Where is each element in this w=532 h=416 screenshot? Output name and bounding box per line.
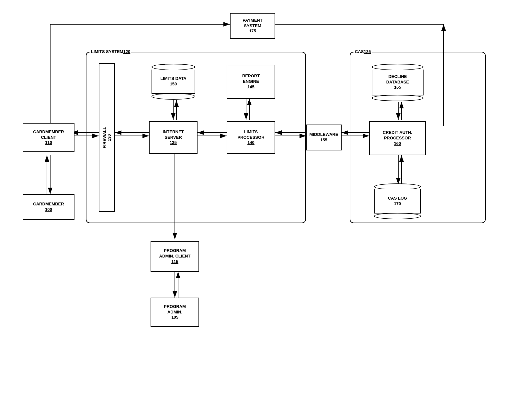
limits-data-cylinder: LIMITS DATA 150	[152, 63, 195, 100]
program-admin-client-box: PROGRAM ADMIN. CLIENT 115	[151, 241, 199, 272]
decline-database-label: DECLINE DATABASE	[386, 74, 409, 85]
program-admin-label: PROGRAM ADMIN.	[164, 304, 186, 315]
credit-auth-processor-label: CREDIT AUTH. PROCESSOR	[383, 130, 412, 141]
payment-system-box: PAYMENT SYSTEM 175	[230, 13, 275, 39]
program-admin-box: PROGRAM ADMIN. 105	[151, 298, 199, 327]
decline-database-ref: 165	[394, 85, 401, 90]
cardmember-client-label: CARDMEMBER CLIENT	[33, 129, 64, 140]
internet-server-ref: 135	[170, 140, 177, 146]
cas-label: CAS125	[354, 49, 372, 54]
report-engine-box: REPORT ENGINE 145	[227, 65, 275, 99]
decline-database-cylinder: DECLINE DATABASE 165	[372, 63, 424, 102]
cardmember-ref: 100	[45, 207, 52, 213]
diagram-container: PAYMENT SYSTEM 175 LIMITS SYSTEM120 CAS1…	[0, 0, 532, 416]
middleware-ref: 155	[320, 137, 327, 143]
cas-log-ref: 170	[394, 201, 401, 207]
cardmember-label: CARDMEMBER	[33, 202, 64, 207]
cas-log-label: CAS LOG	[388, 196, 407, 201]
internet-server-label: INTERNET SERVER	[163, 129, 184, 140]
middleware-label: MIDDLEWARE	[310, 132, 338, 137]
payment-system-ref: 175	[249, 28, 256, 34]
cas-log-cylinder: CAS LOG 170	[374, 183, 421, 220]
report-engine-label: REPORT ENGINE	[242, 73, 260, 84]
cardmember-box: CARDMEMBER 100	[23, 194, 74, 220]
middleware-box: MIDDLEWARE 155	[306, 125, 342, 150]
firewall-box: FIREWALL 130	[99, 63, 115, 212]
limits-data-ref: 150	[170, 82, 177, 87]
program-admin-client-label: PROGRAM ADMIN. CLIENT	[159, 248, 191, 259]
limits-system-label: LIMITS SYSTEM120	[90, 49, 131, 54]
cardmember-client-box: CARDMEMBER CLIENT 110	[23, 123, 74, 152]
limits-processor-ref: 140	[247, 140, 255, 146]
program-admin-ref: 105	[171, 315, 178, 320]
credit-auth-processor-ref: 160	[394, 141, 401, 147]
firewall-label: FIREWALL	[102, 127, 107, 148]
program-admin-client-ref: 115	[171, 259, 178, 265]
cardmember-client-ref: 110	[45, 140, 52, 146]
firewall-ref: 130	[107, 134, 112, 141]
limits-data-label: LIMITS DATA	[160, 76, 186, 82]
credit-auth-processor-box: CREDIT AUTH. PROCESSOR 160	[369, 121, 426, 155]
limits-processor-box: LIMITS PROCESSOR 140	[227, 121, 275, 154]
payment-system-label: PAYMENT SYSTEM	[243, 18, 262, 29]
limits-processor-label: LIMITS PROCESSOR	[237, 129, 264, 140]
internet-server-box: INTERNET SERVER 135	[149, 121, 198, 154]
report-engine-ref: 145	[247, 84, 255, 90]
